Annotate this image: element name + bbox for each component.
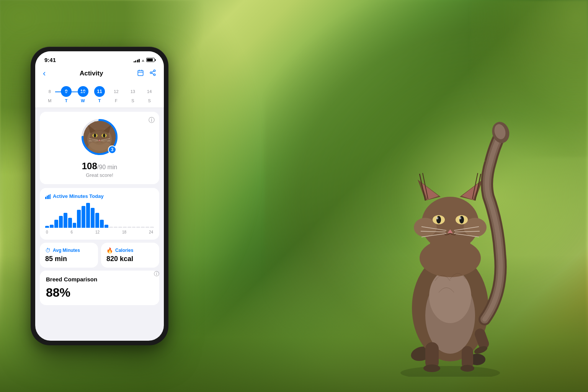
avg-minutes-card: ⏱ Avg Minutes 85 min <box>40 243 98 268</box>
calendar-icon[interactable] <box>137 69 144 78</box>
back-button[interactable]: ‹ <box>43 69 46 78</box>
calories-value: 820 kcal <box>106 255 154 263</box>
day-item-fri[interactable]: 12 F <box>108 86 124 103</box>
signal-bar-4 <box>139 59 140 62</box>
day-label-wed: W <box>81 98 85 103</box>
phone-wrapper: 9:41 ⟁ ‹ Activity <box>31 47 168 345</box>
header-action-icons <box>137 69 156 78</box>
day-label-tue: T <box>65 98 68 103</box>
wifi-icon: ⟁ <box>142 57 144 63</box>
breed-comparison-title: Breed Comparison <box>46 276 153 283</box>
breed-comparison-percent: 88% <box>46 286 70 299</box>
day-label-sun: S <box>148 98 151 103</box>
day-number-11: 11 <box>94 86 105 97</box>
svg-line-47 <box>152 73 154 74</box>
svg-rect-40 <box>138 70 143 76</box>
day-item-thu[interactable]: 11 T <box>91 86 108 103</box>
svg-rect-68 <box>48 195 49 199</box>
streak-badge: 3 <box>108 145 116 154</box>
battery-fill <box>147 59 153 61</box>
day-item-tue[interactable]: 9 T <box>58 86 74 103</box>
chart-label-24: 24 <box>149 230 153 234</box>
calories-header: 🔥 Calories <box>106 247 154 253</box>
signal-bar-2 <box>135 60 136 62</box>
chart-title-row: Active Minutes Today <box>45 193 154 199</box>
chart-bar-21 <box>141 227 145 228</box>
svg-point-59 <box>103 134 105 137</box>
day-label-fri: F <box>115 98 118 103</box>
chart-bar-14 <box>109 227 113 228</box>
calories-label: Calories <box>115 248 133 253</box>
days-connector <box>55 91 88 92</box>
svg-rect-66 <box>45 197 46 199</box>
avg-minutes-label: Avg Minutes <box>53 248 80 253</box>
day-label-thu: T <box>98 98 101 103</box>
chart-bar-3 <box>59 216 63 228</box>
chart-bar-5 <box>68 218 72 228</box>
svg-rect-69 <box>50 194 51 199</box>
chart-bar-6 <box>73 223 77 228</box>
share-icon[interactable] <box>149 69 156 78</box>
breed-comparison-section: Breed Comparison 88% ⓘ <box>40 271 159 305</box>
chart-bar-12 <box>100 220 104 228</box>
chart-bar-8 <box>82 206 85 228</box>
day-item-mon[interactable]: 8 M <box>41 86 58 103</box>
score-display: 108/90 min <box>46 161 153 172</box>
chart-bar-18 <box>127 227 131 228</box>
signal-bar-3 <box>137 60 138 62</box>
chart-bar-9 <box>86 203 90 228</box>
days-row: 8 M 9 T 10 W 11 T <box>41 86 158 103</box>
avg-minutes-header: ⏱ Avg Minutes <box>45 247 93 253</box>
chart-bar-4 <box>64 213 67 228</box>
day-item-wed[interactable]: 10 W <box>75 86 91 103</box>
clock-icon: ⏱ <box>45 247 51 253</box>
chart-bar-15 <box>114 227 118 228</box>
chart-bar-1 <box>50 225 54 228</box>
chart-bar-17 <box>123 227 127 228</box>
chart-label-18: 18 <box>122 230 126 234</box>
day-label-sat: S <box>131 98 134 103</box>
avatar-ring: 3 <box>80 118 119 156</box>
chart-title: Active Minutes Today <box>53 193 104 199</box>
svg-line-48 <box>152 71 154 72</box>
chart-bar-22 <box>145 227 149 228</box>
app-header: ‹ Activity <box>35 65 164 82</box>
info-icon[interactable]: ⓘ <box>149 116 155 124</box>
chart-section: Active Minutes Today 0 6 12 18 24 <box>40 188 159 240</box>
chart-bar-13 <box>105 225 108 228</box>
day-item-sat[interactable]: 13 S <box>124 86 141 103</box>
status-time: 9:41 <box>44 57 56 63</box>
week-calendar: 8 M 9 T 10 W 11 T <box>35 82 164 108</box>
chart-bar-10 <box>91 208 95 228</box>
chart-bar-2 <box>54 220 58 228</box>
flame-icon: 🔥 <box>106 247 113 253</box>
score-label: Great score! <box>46 172 153 178</box>
svg-point-65 <box>88 141 111 153</box>
phone-screen: 9:41 ⟁ ‹ Activity <box>35 51 164 341</box>
chart-bars <box>45 203 154 228</box>
chart-label-6: 6 <box>70 230 73 234</box>
svg-point-58 <box>94 134 96 137</box>
svg-point-46 <box>154 74 155 76</box>
score-section: ⓘ <box>40 112 159 184</box>
chart-bar-16 <box>118 227 122 228</box>
chart-label-0: 0 <box>46 230 48 234</box>
day-label-mon: M <box>48 98 51 103</box>
foliage-top-right <box>470 0 588 157</box>
breed-info-icon[interactable]: ⓘ <box>154 271 159 278</box>
score-target: /90 min <box>97 164 117 170</box>
phone-frame: 9:41 ⟁ ‹ Activity <box>31 47 168 345</box>
day-number-13: 13 <box>127 86 138 97</box>
chart-bar-19 <box>132 227 136 228</box>
chart-label-12: 12 <box>95 230 100 234</box>
day-item-sun[interactable]: 14 S <box>141 86 158 103</box>
day-number-8: 8 <box>44 86 55 97</box>
day-number-12: 12 <box>111 86 121 97</box>
signal-bar-1 <box>134 61 135 62</box>
chart-bar-23 <box>150 227 154 228</box>
chart-x-labels: 0 6 12 18 24 <box>45 230 154 234</box>
chart-bar-11 <box>95 213 99 228</box>
svg-point-44 <box>154 70 155 72</box>
signal-bars-icon <box>134 58 140 62</box>
chart-bar-7 <box>77 210 81 228</box>
